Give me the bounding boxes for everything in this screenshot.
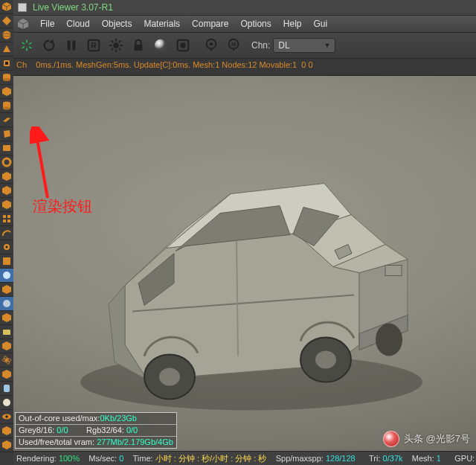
material-preview-button[interactable]	[150, 35, 171, 56]
title-bar: Live Viewer 3.07-R1	[13, 0, 476, 16]
render-button[interactable]	[16, 35, 37, 56]
rail-icon-cube8[interactable]	[0, 339, 13, 353]
svg-point-10	[3, 78, 10, 81]
svg-marker-32	[2, 313, 11, 322]
rail-icon-cube4[interactable]	[0, 184, 13, 198]
rail-icon-atom[interactable]	[0, 353, 13, 368]
rail-icon-cube9[interactable]	[0, 368, 13, 382]
left-icon-rail	[0, 0, 13, 465]
menu-help[interactable]: Help	[277, 17, 308, 31]
rail-icon-skyblue[interactable]	[0, 269, 13, 283]
pick-focus-button[interactable]	[201, 35, 222, 56]
chevron-down-icon: ▼	[324, 42, 330, 49]
rail-icon-gear[interactable]	[0, 240, 13, 254]
rail-icon-plane[interactable]	[0, 113, 13, 127]
stat-rgb-label: Rgb32/64:	[86, 425, 126, 436]
rail-icon-cube3[interactable]	[0, 170, 13, 184]
rail-icon-box[interactable]	[0, 141, 13, 155]
svg-marker-38	[2, 370, 11, 379]
rail-icon-cubeb[interactable]	[0, 438, 13, 452]
rail-icon-cube6[interactable]	[0, 283, 13, 297]
pick-material-button[interactable]: M	[223, 35, 244, 56]
svg-rect-58	[111, 48, 114, 51]
svg-marker-34	[2, 341, 11, 350]
svg-marker-5	[3, 45, 10, 52]
lock-button[interactable]	[128, 35, 149, 56]
menu-objects[interactable]: Objects	[96, 17, 138, 31]
svg-point-93	[376, 324, 402, 356]
svg-rect-25	[7, 219, 10, 222]
region-button[interactable]: R	[83, 35, 104, 56]
rail-icon-cubea[interactable]	[0, 424, 13, 438]
viewport[interactable]: 渲染按钮 头条 @光影7号	[13, 76, 476, 465]
svg-rect-56	[120, 45, 123, 46]
svg-point-3	[3, 31, 11, 39]
rail-icon-glass[interactable]	[0, 382, 13, 396]
svg-point-89	[159, 368, 180, 386]
rail-icon-cyl[interactable]	[0, 99, 13, 113]
menu-options[interactable]: Options	[234, 17, 277, 31]
rail-icon-folder[interactable]	[0, 325, 13, 339]
bb-mesh-label: Mesh:	[412, 454, 437, 463]
rail-icon-cube2[interactable]	[0, 85, 13, 99]
refresh-button[interactable]	[39, 35, 60, 56]
menu-cloud[interactable]: Cloud	[60, 17, 95, 31]
svg-marker-2	[2, 16, 11, 25]
rail-icon-grid[interactable]	[0, 212, 13, 226]
menu-compare[interactable]: Compare	[186, 17, 234, 31]
channel-combo[interactable]: DL ▼	[273, 38, 335, 53]
bb-render-label: Rendering:	[16, 454, 59, 463]
svg-point-62	[155, 39, 167, 52]
rail-icon-poly[interactable]	[0, 127, 13, 141]
rail-icon-cube[interactable]	[0, 0, 13, 14]
svg-marker-11	[2, 87, 11, 96]
rail-icon-sphere-blue[interactable]	[0, 297, 13, 311]
svg-rect-57	[118, 40, 121, 43]
settings-button[interactable]	[106, 35, 126, 56]
pause-button[interactable]	[61, 35, 82, 56]
rail-icon-tube[interactable]	[0, 71, 13, 85]
render-stats-line: Ch 0ms./1ms. MeshGen:5ms. Update[C]:0ms.…	[13, 59, 476, 76]
svg-rect-59	[111, 40, 114, 43]
svg-rect-7	[5, 62, 8, 65]
menu-materials[interactable]: Materials	[138, 17, 186, 31]
bb-spp-label: Spp/maxspp:	[276, 454, 326, 463]
svg-text:R: R	[91, 42, 97, 50]
rail-icon-diamond[interactable]	[0, 14, 13, 28]
window-box-icon	[18, 3, 27, 12]
rail-icon-cube5[interactable]	[0, 198, 13, 212]
bb-tri-label: Tri:	[369, 454, 383, 463]
channel-label: Chn:	[251, 40, 270, 51]
menu-gui[interactable]: Gui	[307, 17, 333, 31]
svg-point-40	[3, 399, 10, 406]
svg-rect-60	[118, 48, 121, 51]
svg-marker-43	[2, 426, 11, 435]
rail-icon-chip[interactable]	[0, 57, 13, 71]
svg-point-31	[3, 300, 10, 307]
rail-icon-sphere[interactable]	[0, 28, 13, 42]
bb-spp-val: 128/128	[326, 454, 356, 463]
stat-vram-label: Used/free/total vram:	[19, 437, 97, 448]
rail-icon-torus[interactable]	[0, 155, 13, 170]
svg-rect-54	[115, 50, 117, 53]
svg-marker-30	[2, 285, 11, 294]
svg-rect-61	[135, 45, 143, 51]
svg-marker-20	[2, 186, 11, 195]
menu-bar: File Cloud Objects Materials Compare Opt…	[13, 16, 476, 33]
rail-icon-cube7[interactable]	[0, 311, 13, 325]
svg-rect-85	[385, 266, 402, 276]
rail-icon-cone[interactable]	[0, 42, 13, 57]
clay-button[interactable]	[173, 35, 193, 56]
menu-file[interactable]: File	[34, 17, 60, 31]
svg-rect-53	[115, 39, 117, 42]
stat-ooc-val: 0Kb/23Gb	[100, 413, 137, 424]
rail-icon-box2[interactable]	[0, 254, 13, 269]
svg-point-18	[3, 158, 10, 166]
toolbar: R M Chn: DL ▼	[13, 33, 476, 59]
svg-point-42	[5, 415, 8, 418]
rail-icon-eye[interactable]	[0, 410, 13, 424]
rail-icon-arc[interactable]	[0, 226, 13, 240]
stats-box: Out-of-core used/max: 0Kb/23Gb Grey8/16:…	[15, 412, 177, 449]
svg-point-29	[3, 272, 10, 279]
rail-icon-clear[interactable]	[0, 396, 13, 410]
